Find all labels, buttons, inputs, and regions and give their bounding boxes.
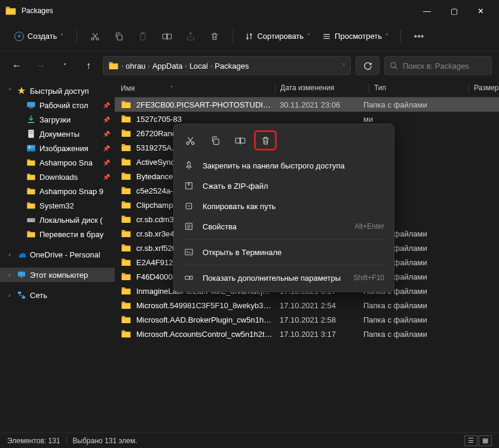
context-menu-item[interactable]: Свойства Alt+Enter	[177, 216, 390, 237]
maximize-button[interactable]: ▢	[440, 2, 467, 20]
sidebar-item-label: Downloads	[39, 173, 78, 182]
sidebar-item[interactable]: Перевести в брау	[0, 227, 115, 241]
svg-rect-2	[118, 35, 123, 40]
svg-rect-26	[241, 138, 245, 143]
folder-icon	[26, 158, 36, 167]
sidebar-item-label: System32	[39, 201, 74, 210]
file-type: Папка с файлами	[363, 330, 453, 339]
breadcrumb-item[interactable]: ohrau	[125, 62, 145, 70]
search-input[interactable]: Поиск в: Packages	[384, 56, 492, 75]
breadcrumb[interactable]: › ohrau › AppData › Local › Packages ˅	[103, 56, 351, 75]
sidebar-item[interactable]: ˅ Быстрый доступ	[0, 84, 115, 98]
pin-icon	[183, 161, 194, 170]
rename-button[interactable]	[156, 26, 177, 47]
column-size[interactable]: Размер	[474, 84, 499, 93]
context-menu-item[interactable]: Закрепить на панели быстрого доступа	[177, 155, 390, 176]
back-button[interactable]: ←	[7, 56, 26, 75]
column-date[interactable]: Дата изменения	[280, 84, 364, 93]
view-button[interactable]: Просмотреть ˅	[317, 32, 393, 41]
sidebar-item[interactable]: Ashampoo Sna 📌	[0, 155, 115, 170]
svg-point-22	[186, 142, 189, 144]
more-button[interactable]: •••	[408, 26, 430, 47]
cm-rename-icon[interactable]	[229, 130, 252, 151]
file-date: 17.10.2021 3:17	[274, 330, 363, 339]
file-row[interactable]: Microsoft.AAD.BrokerPlugin_cw5n1h2txy...…	[115, 312, 499, 327]
sidebar-item[interactable]: Downloads 📌	[0, 170, 115, 184]
disk-icon	[26, 215, 36, 225]
cm-cut-icon[interactable]	[179, 130, 201, 151]
file-name: Microsoft.AccountsControl_cw5n1h2txy...	[136, 330, 274, 339]
cm-delete-icon[interactable]	[254, 130, 277, 151]
up-button[interactable]: ↑	[79, 56, 98, 75]
file-row[interactable]: Microsoft.549981C3F5F10_8wekyb3d8bb... 1…	[115, 298, 499, 312]
folder-icon	[26, 229, 36, 239]
cut-button[interactable]	[84, 26, 106, 47]
context-menu-item[interactable]: Сжать в ZIP-файл	[177, 176, 390, 196]
file-name: Microsoft.549981C3F5F10_8wekyb3d8bb...	[136, 301, 274, 310]
svg-rect-13	[29, 133, 32, 134]
paste-button[interactable]	[132, 26, 154, 47]
sidebar-item[interactable]: Загрузки 📌	[0, 112, 115, 127]
context-menu-item[interactable]: Открыть в Терминале	[177, 242, 390, 262]
sidebar-item-label: Ashampoo Sna	[39, 158, 93, 167]
sidebar-item-label: Быстрый доступ	[30, 87, 89, 96]
sidebar-item[interactable]: › OneDrive - Personal	[0, 247, 115, 262]
forward-button[interactable]: →	[31, 56, 50, 75]
desktop-icon	[26, 100, 36, 110]
cm-copy-icon[interactable]	[204, 130, 226, 151]
search-placeholder: Поиск в: Packages	[403, 62, 469, 70]
sidebar-item[interactable]: Ashampoo Snap 9	[0, 184, 115, 198]
sidebar-item[interactable]: Рабочий стол 📌	[0, 98, 115, 112]
pic-icon	[26, 143, 36, 153]
svg-rect-32	[190, 276, 192, 279]
delete-button[interactable]	[204, 26, 225, 47]
plus-icon: +	[14, 32, 24, 41]
column-type[interactable]: Тип	[374, 84, 464, 93]
context-menu-label: Открыть в Терминале	[203, 248, 281, 257]
share-button[interactable]	[180, 26, 201, 47]
sidebar-item-label: Загрузки	[39, 115, 71, 124]
context-menu-item[interactable]: Показать дополнительные параметры Shift+…	[177, 268, 390, 288]
props-icon	[183, 222, 194, 231]
breadcrumb-item[interactable]: AppData	[152, 62, 183, 70]
file-name: 2FE3CB00.PICSART-PHOTOSTUDIO_crhqp	[136, 100, 274, 109]
download-icon	[26, 115, 36, 124]
more-icon	[183, 273, 194, 283]
close-button[interactable]: ✕	[467, 2, 494, 20]
view-grid-icon[interactable]: ▦	[479, 435, 492, 446]
folder-icon	[26, 201, 36, 210]
sidebar-item[interactable]: › Сеть	[0, 288, 115, 302]
sidebar-item[interactable]: › Этот компьютер	[0, 268, 115, 282]
titlebar: Packages — ▢ ✕	[0, 0, 499, 22]
file-row[interactable]: 2FE3CB00.PICSART-PHOTOSTUDIO_crhqp 30.11…	[115, 97, 499, 112]
pin-icon: 📌	[103, 102, 110, 109]
file-row[interactable]: Microsoft.AccountsControl_cw5n1h2txy... …	[115, 327, 499, 341]
create-button[interactable]: + Создать ˅	[8, 28, 69, 45]
refresh-button[interactable]	[356, 56, 379, 75]
star-icon	[17, 86, 26, 96]
breadcrumb-item[interactable]: Local	[189, 62, 208, 70]
context-menu-label: Закрепить на панели быстрого доступа	[203, 161, 345, 170]
copy-button[interactable]	[108, 26, 130, 47]
shortcut: Shift+F10	[353, 274, 384, 282]
shortcut: Alt+Enter	[354, 222, 384, 231]
sidebar-item[interactable]: Документы 📌	[0, 127, 115, 141]
svg-point-15	[29, 146, 30, 148]
chevron-down-icon: ˅	[60, 33, 63, 39]
sidebar-item[interactable]: System32	[0, 198, 115, 213]
column-name[interactable]: Имя˄	[121, 84, 270, 93]
create-label: Создать	[27, 32, 57, 41]
context-menu-item[interactable]: Копировать как путь	[177, 196, 390, 216]
sidebar-item[interactable]: Изображения 📌	[0, 141, 115, 155]
svg-rect-9	[29, 108, 32, 108]
minimize-button[interactable]: —	[414, 2, 440, 20]
view-details-icon[interactable]: ☰	[464, 435, 477, 446]
file-name: 1527c705-83	[136, 115, 274, 124]
sort-button[interactable]: Сортировать ˅	[240, 32, 315, 41]
breadcrumb-item[interactable]: Packages	[215, 62, 249, 70]
sidebar-item-label: Этот компьютер	[30, 271, 88, 280]
recent-chevron[interactable]: ˅	[55, 56, 74, 75]
navbar: ← → ˅ ↑ › ohrau › AppData › Local › Pack…	[0, 51, 499, 80]
sidebar-item[interactable]: Локальный диск (	[0, 213, 115, 227]
svg-point-1	[96, 38, 99, 40]
